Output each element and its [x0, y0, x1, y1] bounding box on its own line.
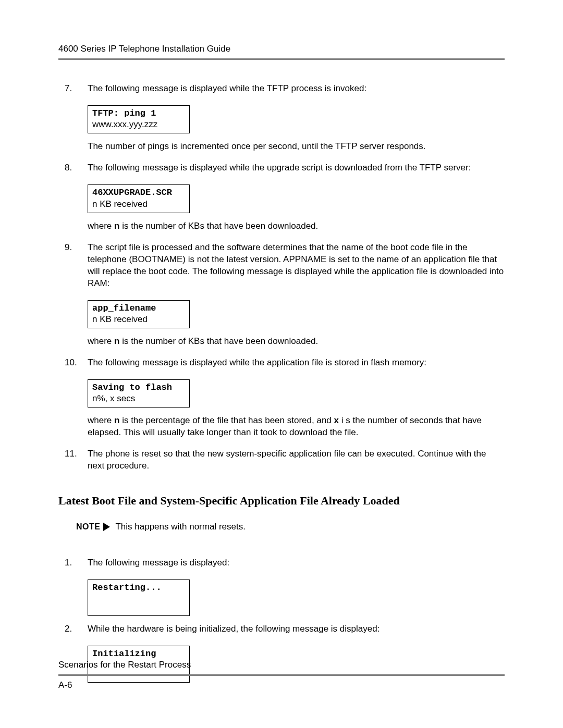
- step-10: 10. The following message is displayed w…: [58, 357, 505, 369]
- section-heading: Latest Boot File and System-Specific App…: [58, 493, 505, 509]
- header-rule: [58, 58, 505, 60]
- step-2: 2. While the hardware is being initializ…: [58, 623, 505, 635]
- display-box: 46XXUPGRADE.SCR n KB received: [88, 184, 190, 213]
- step-after-text: where n is the percentage of the file th…: [58, 415, 505, 439]
- running-header: 4600 Series IP Telephone Installation Gu…: [58, 44, 505, 54]
- step-number: 9.: [65, 242, 72, 254]
- step-number: 10.: [65, 357, 77, 369]
- display-box: Saving to flash n%, x secs: [88, 379, 190, 408]
- bold-var: n: [114, 221, 119, 231]
- display-line-2: n KB received: [92, 199, 185, 209]
- display-line-1: Restarting...: [92, 582, 185, 593]
- bold-var: n: [114, 336, 119, 346]
- display-line-1: 46XXUPGRADE.SCR: [92, 187, 185, 198]
- display-box: app_filename n KB received: [88, 300, 190, 329]
- text: is the number of KBs that have been down…: [119, 221, 318, 231]
- display-line-1: Saving to flash: [92, 382, 185, 393]
- step-text: The script file is processed and the sof…: [88, 242, 504, 288]
- arrow-icon: [103, 523, 110, 531]
- display-line-1: TFTP: ping 1: [92, 108, 185, 119]
- step-text: The following message is displayed while…: [88, 83, 366, 93]
- step-text: The following message is displayed:: [88, 558, 229, 567]
- step-text: The phone is reset so that the new syste…: [88, 449, 486, 471]
- step-number: 7.: [65, 83, 72, 95]
- text: is the percentage of the file that has b…: [119, 415, 334, 425]
- display-line-1: Initializing: [92, 648, 185, 659]
- step-9: 9. The script file is processed and the …: [58, 242, 505, 290]
- display-line-2: n KB received: [92, 314, 185, 325]
- display-line-1: app_filename: [92, 303, 185, 314]
- note-label: NOTE: [76, 521, 100, 533]
- step-1: 1. The following message is displayed:: [58, 557, 505, 569]
- text: where: [88, 221, 114, 231]
- step-after-text: where n is the number of KBs that have b…: [58, 336, 505, 348]
- display-box: TFTP: ping 1 www.xxx.yyy.zzz: [88, 105, 190, 134]
- bold-var: n: [114, 415, 119, 425]
- page-body: 7. The following message is displayed wh…: [58, 83, 505, 683]
- step-7: 7. The following message is displayed wh…: [58, 83, 505, 95]
- display-line-2: n%, x secs: [92, 393, 185, 404]
- step-number: 2.: [65, 623, 72, 635]
- page-footer: Scenarios for the Restart Process A-6: [58, 660, 505, 690]
- step-text: While the hardware is being initialized,…: [88, 624, 380, 634]
- step-number: 11.: [65, 448, 77, 460]
- step-number: 8.: [65, 162, 72, 174]
- procedure-list-a: 7. The following message is displayed wh…: [58, 83, 505, 472]
- footer-rule: [58, 674, 505, 676]
- text: where: [88, 336, 114, 346]
- display-box: Restarting...: [88, 579, 190, 616]
- step-text: The following message is displayed while…: [88, 163, 471, 172]
- footer-title: Scenarios for the Restart Process: [58, 660, 505, 670]
- note-text: This happens with normal resets.: [115, 521, 245, 533]
- step-text: The following message is displayed while…: [88, 357, 426, 367]
- bold-var: x: [334, 415, 339, 425]
- step-number: 1.: [65, 557, 72, 569]
- text: is the number of KBs that have been down…: [119, 336, 318, 346]
- step-11: 11. The phone is reset so that the new s…: [58, 448, 505, 472]
- note: NOTE This happens with normal resets.: [76, 521, 505, 533]
- page-number: A-6: [58, 680, 505, 690]
- display-line-2: [92, 593, 185, 604]
- step-after-text: where n is the number of KBs that have b…: [58, 220, 505, 232]
- page: 4600 Series IP Telephone Installation Gu…: [0, 0, 563, 728]
- step-after-text: The number of pings is incremented once …: [58, 141, 505, 153]
- display-line-2: www.xxx.yyy.zzz: [92, 119, 185, 130]
- step-8: 8. The following message is displayed wh…: [58, 162, 505, 174]
- text: where: [88, 415, 114, 425]
